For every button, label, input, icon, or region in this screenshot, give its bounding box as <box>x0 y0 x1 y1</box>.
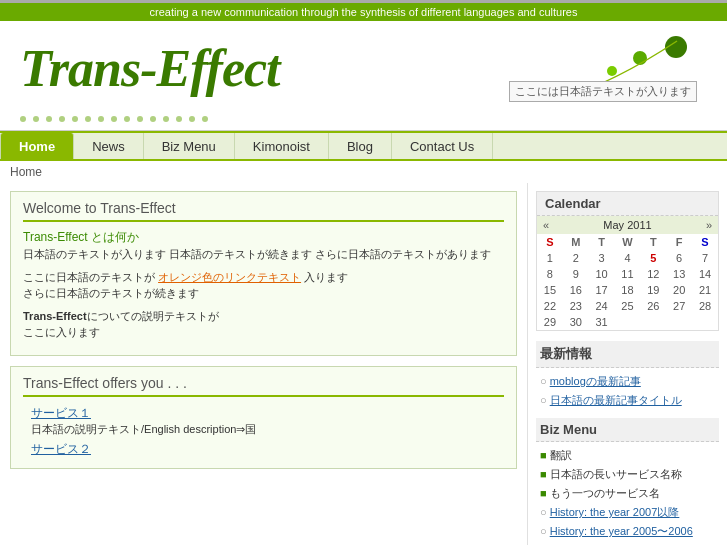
offers-title: Trans-Effect offers you . . . <box>23 375 504 397</box>
calendar-cell <box>692 314 718 330</box>
breadcrumb-home[interactable]: Home <box>10 165 42 179</box>
welcome-box: Welcome to Trans-Effect Trans-Effect とは何… <box>10 191 517 356</box>
calendar-cell[interactable]: 5 <box>640 250 666 266</box>
calendar-cell: 26 <box>640 298 666 314</box>
biz-menu-link-2[interactable]: もう一つのサービス名 <box>550 487 660 499</box>
calendar-cell: 29 <box>537 314 563 330</box>
offers-item-1-label[interactable]: サービス１ <box>31 406 91 420</box>
nav-news[interactable]: News <box>74 133 144 159</box>
recent-post-2: 日本語の最新記事タイトル <box>540 391 719 410</box>
top-bar-text: creating a new communication through the… <box>150 6 578 18</box>
recent-posts-list: moblogの最新記事 日本語の最新記事タイトル <box>536 372 719 410</box>
offers-box: Trans-Effect offers you . . . サービス１ 日本語の… <box>10 366 517 469</box>
nav-blog[interactable]: Blog <box>329 133 392 159</box>
site-logo[interactable]: Trans-Effect <box>20 39 280 98</box>
biz-menu-link-1[interactable]: 日本語の長いサービス名称 <box>550 468 682 480</box>
calendar-cell: 14 <box>692 266 718 282</box>
calendar-cell: 13 <box>666 266 692 282</box>
cal-header-sat: S <box>692 234 718 250</box>
intro-para-3: Trans-Effectについての説明テキストが ここに入ります <box>23 308 504 341</box>
biz-menu-link-4[interactable]: History: the year 2005〜2006 <box>550 525 693 537</box>
dot-decoration <box>20 116 507 122</box>
navigation: Home News Biz Menu Kimonoist Blog Contac… <box>0 131 727 161</box>
para3-jp2: ここに入ります <box>23 326 100 338</box>
calendar-cell: 25 <box>615 298 641 314</box>
calendar-cell <box>666 314 692 330</box>
biz-menu-item-2: もう一つのサービス名 <box>540 484 719 503</box>
biz-menu-item-5: History: the year 2000〜2004 <box>540 541 719 545</box>
calendar-cell: 16 <box>563 282 589 298</box>
calendar-body: 1234567891011121314151617181920212223242… <box>537 250 718 330</box>
calendar-cell: 19 <box>640 282 666 298</box>
cal-header-wed: W <box>615 234 641 250</box>
calendar-cell: 7 <box>692 250 718 266</box>
para2-jp1: ここに日本語のテキストが <box>23 271 155 283</box>
calendar-cell: 11 <box>615 266 641 282</box>
biz-menu-link-3[interactable]: History: the year 2007以降 <box>550 506 680 518</box>
calendar-cell: 22 <box>537 298 563 314</box>
para2-link[interactable]: オレンジ色のリンクテキスト <box>158 271 301 283</box>
cal-header-sun: S <box>537 234 563 250</box>
calendar-month: May 2011 <box>603 219 651 231</box>
nav-contact[interactable]: Contact Us <box>392 133 493 159</box>
biz-menu-link-0[interactable]: 翻訳 <box>550 449 572 461</box>
intro-green-text: Trans-Effect とは何か <box>23 230 139 244</box>
intro-jp1: 日本語のテキストが入ります <box>23 248 166 260</box>
nav-home[interactable]: Home <box>0 133 74 159</box>
intro-para-2: ここに日本語のテキストが オレンジ色のリンクテキスト 入ります さらに日本語のテ… <box>23 269 504 302</box>
biz-menu-section: Biz Menu 翻訳日本語の長いサービス名称もう一つのサービス名History… <box>536 418 719 545</box>
intro-para-1: Trans-Effect とは何か 日本語のテキストが入ります 日本語のテキスト… <box>23 228 504 263</box>
biz-menu-title: Biz Menu <box>536 418 719 442</box>
calendar-cell <box>640 314 666 330</box>
nav-biz-menu[interactable]: Biz Menu <box>144 133 235 159</box>
header: Trans-Effect ここには日本語テキストが入ります <box>0 21 727 131</box>
main-layout: Welcome to Trans-Effect Trans-Effect とは何… <box>0 183 727 545</box>
biz-menu-item-3: History: the year 2007以降 <box>540 503 719 522</box>
biz-menu-item-1: 日本語の長いサービス名称 <box>540 465 719 484</box>
offers-item-1-desc: 日本語の説明テキスト/English description⇒国 <box>31 423 256 435</box>
calendar-cell: 6 <box>666 250 692 266</box>
biz-menu-item-4: History: the year 2005〜2006 <box>540 522 719 541</box>
nav-kimonoist[interactable]: Kimonoist <box>235 133 329 159</box>
calendar-title: Calendar <box>537 192 718 216</box>
sidebar: Calendar « May 2011 » S M T W T F <box>527 183 727 545</box>
header-jp-text: ここには日本語テキストが入ります <box>509 81 697 102</box>
cal-header-thu: T <box>640 234 666 250</box>
breadcrumb: Home <box>0 161 727 183</box>
calendar-next[interactable]: » <box>706 219 712 231</box>
intro-jp2: 日本語のテキストが続きます <box>169 248 312 260</box>
calendar-nav: « May 2011 » <box>537 216 718 234</box>
calendar-cell: 1 <box>537 250 563 266</box>
calendar-prev[interactable]: « <box>543 219 549 231</box>
recent-post-1-link[interactable]: moblogの最新記事 <box>550 375 641 387</box>
calendar-cell: 3 <box>589 250 615 266</box>
calendar-cell: 20 <box>666 282 692 298</box>
calendar-cell: 23 <box>563 298 589 314</box>
para2-jp3: さらに日本語のテキストが続きます <box>23 287 199 299</box>
calendar-cell: 15 <box>537 282 563 298</box>
calendar-cell: 24 <box>589 298 615 314</box>
calendar-cell: 8 <box>537 266 563 282</box>
main-content: Welcome to Trans-Effect Trans-Effect とは何… <box>0 183 527 487</box>
calendar-cell <box>615 314 641 330</box>
recent-post-1: moblogの最新記事 <box>540 372 719 391</box>
calendar-cell: 10 <box>589 266 615 282</box>
cal-header-mon: M <box>563 234 589 250</box>
calendar-widget: Calendar « May 2011 » S M T W T F <box>536 191 719 331</box>
recent-posts-section: 最新情報 moblogの最新記事 日本語の最新記事タイトル <box>536 341 719 410</box>
biz-menu-item-0: 翻訳 <box>540 446 719 465</box>
calendar-cell: 28 <box>692 298 718 314</box>
offers-item-1: サービス１ 日本語の説明テキスト/English description⇒国 <box>31 403 504 439</box>
offers-item-2-label[interactable]: サービス２ <box>31 442 91 456</box>
recent-post-2-link[interactable]: 日本語の最新記事タイトル <box>550 394 682 406</box>
calendar-cell: 18 <box>615 282 641 298</box>
calendar-cell: 4 <box>615 250 641 266</box>
para2-jp2: 入ります <box>304 271 348 283</box>
biz-menu-list: 翻訳日本語の長いサービス名称もう一つのサービス名History: the yea… <box>536 446 719 545</box>
intro-jp3: さらに日本語のテキストがあります <box>315 248 491 260</box>
calendar-cell: 27 <box>666 298 692 314</box>
calendar-cell: 30 <box>563 314 589 330</box>
cal-header-fri: F <box>666 234 692 250</box>
para3-jp1: についての説明テキストが <box>87 310 219 322</box>
cal-header-tue: T <box>589 234 615 250</box>
